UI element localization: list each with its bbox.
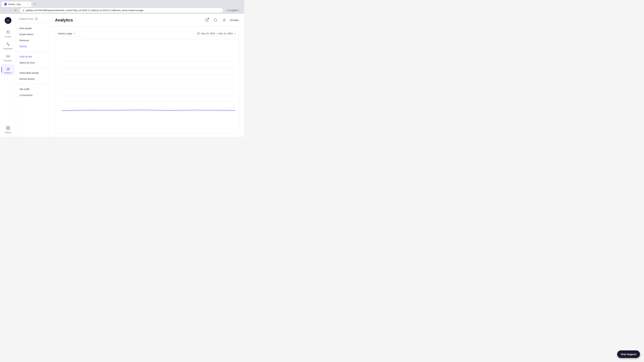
url-text: getdrip.com/7641396/reports/subscriber_e… [26,9,220,11]
campaigns-label: Campaigns [3,48,13,50]
menu-item-new-people[interactable]: New people [16,25,50,31]
menu-item-click-by-link[interactable]: Click by link [16,54,50,60]
tab-bar: D Events · Drip × + [0,0,244,7]
event-dropdown-value: visited a page [58,32,72,35]
menu-item-subscribed-people[interactable]: Subscribed people [16,70,50,76]
dropdown-chevron-icon: ▼ [74,32,76,35]
campaigns-icon [5,41,11,47]
analytics-label: Analytics [4,72,12,74]
main-content: Analytics [50,14,244,137]
forward-button[interactable]: → [8,8,13,12]
sidebar-item-people[interactable]: People [1,28,15,39]
tab-close-button[interactable]: × [28,3,29,5]
menu-item-email-metrics[interactable]: Email metrics [16,31,50,37]
sidebar-item-campaigns[interactable]: Campaigns [1,40,15,51]
menu-item-conversions[interactable]: Conversions [16,92,50,98]
address-bar: ← → ↻ 🔒 getdrip.com/7641396/reports/subs… [0,7,244,13]
menu-section-people-detail: Subscribed people Recent activity [16,68,50,84]
browser-actions: ☆ Incognito ⋮ [225,8,242,12]
sidebar-item-workflows[interactable]: Workflows [1,52,15,63]
menu-item-revenue[interactable]: Revenue [16,37,50,43]
icon-sidebar: ☺ People Campaigns [0,14,16,137]
chart-controls: visited a page ▼ Nov 13, 2023 — Dec 13, … [55,31,239,36]
svg-point-1 [8,56,8,57]
sidebar-header: Collapse menu ◀ [16,14,50,23]
menu-item-site-traffic[interactable]: Site traffic [16,86,50,92]
new-tab-button[interactable]: + [32,2,37,6]
svg-point-9 [224,19,225,20]
svg-rect-10 [198,33,200,35]
menu-item-recent-activity[interactable]: Recent activity [16,76,50,82]
workflows-label: Workflows [4,60,12,62]
tab-title: Events · Drip [8,3,21,5]
lock-icon: 🔒 [22,9,25,11]
svg-point-0 [7,31,8,32]
chart-svg [55,39,239,134]
collapse-label: Collapse menu [19,17,33,20]
notification-badge [208,18,209,19]
workflows-icon [5,54,11,59]
app: ☺ People Campaigns [0,14,244,137]
notification-button[interactable] [204,17,210,23]
settings-label: Settings [5,131,12,133]
url-bar[interactable]: 🔒 getdrip.com/7641396/reports/subscriber… [20,8,223,12]
people-label: People [5,35,11,37]
profile-button[interactable]: Incognito [231,8,236,12]
event-dropdown[interactable]: visited a page ▼ [55,31,85,36]
nav-buttons: ← → ↻ [3,8,18,12]
date-range-chevron-icon: ▼ [234,32,236,35]
svg-point-7 [214,19,217,21]
refresh-button[interactable]: ↻ [14,8,18,12]
main-header: Analytics [50,14,244,27]
chart-container: Nov 16 Nov 19 Nov 22 Nov 25 Nov 28 Dec 1… [55,39,239,134]
menu-section-traffic: Site traffic Conversions [16,84,50,100]
more-button[interactable]: ⋮ [237,8,242,12]
active-tab[interactable]: D Events · Drip × [1,1,32,7]
collapse-menu-button[interactable]: Collapse menu ◀ [19,17,38,20]
people-icon [5,29,11,35]
chart-area: visited a page ▼ Nov 13, 2023 — Dec 13, … [50,27,244,137]
calendar-icon [197,32,200,35]
header-actions: Moodjoy [204,17,239,23]
settings-icon [5,125,11,131]
user-menu[interactable]: Moodjoy [230,19,239,21]
app-logo[interactable]: ☺ [4,16,12,24]
menu-section-email-detail: Click by link Opens by hour [16,52,50,68]
sidebar-item-settings[interactable]: Settings [1,124,15,135]
analytics-icon [5,66,11,71]
date-range-picker[interactable]: Nov 13, 2023 — Dec 13, 2023 ▼ [194,31,239,36]
menu-item-events[interactable]: Events [16,43,50,49]
logo-icon: ☺ [5,17,12,24]
user-name: Moodjoy [230,19,239,21]
menu-item-opens-by-hour[interactable]: Opens by hour [16,60,50,66]
svg-line-8 [216,21,217,21]
sidebar-item-analytics[interactable]: Analytics [1,64,15,75]
date-range-value: Nov 13, 2023 — Dec 13, 2023 [201,32,232,35]
expanded-sidebar: Collapse menu ◀ New people Email metrics… [16,14,50,137]
user-account-button[interactable] [221,17,227,23]
back-button[interactable]: ← [3,8,8,12]
svg-point-6 [8,128,8,129]
search-button[interactable] [212,17,218,23]
collapse-icon: ◀ [34,17,38,20]
tab-favicon: D [4,3,7,5]
page-title: Analytics [55,18,73,22]
browser-chrome: D Events · Drip × + ← → ↻ 🔒 getdrip.com/… [0,0,244,14]
menu-section-reports: New people Email metrics Revenue Events [16,23,50,52]
